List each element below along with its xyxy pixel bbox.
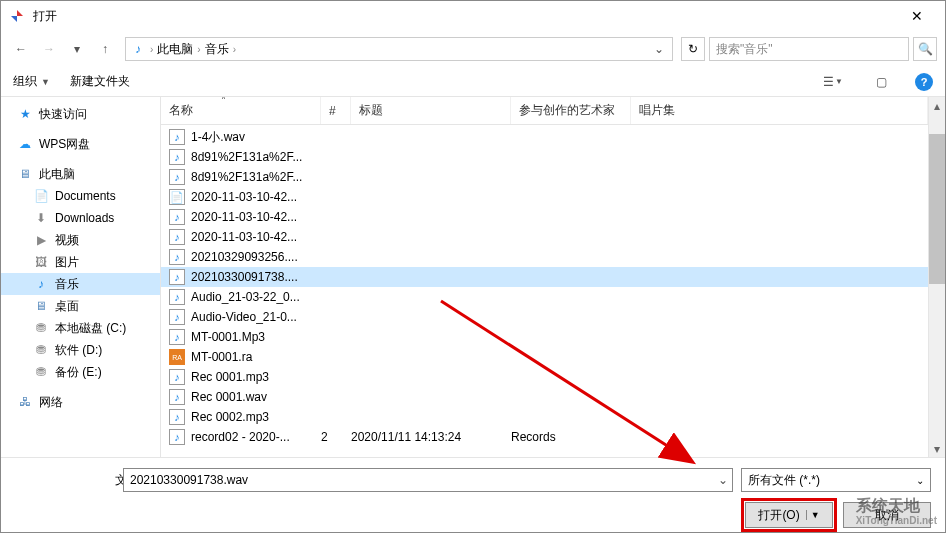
sidebar-item-label: 备份 (E:): [55, 364, 102, 381]
file-name: Audio_21-03-22_0...: [191, 290, 321, 304]
sidebar-item-icon: ▶: [33, 232, 49, 248]
sidebar-item[interactable]: ☁WPS网盘: [1, 133, 160, 155]
address-bar[interactable]: ♪ › 此电脑 › 音乐 › ⌄: [125, 37, 673, 61]
file-row[interactable]: ♪20210329093256....: [161, 247, 928, 267]
sidebar-item[interactable]: 🖧网络: [1, 391, 160, 413]
sidebar-item[interactable]: 📄Documents: [1, 185, 160, 207]
sidebar-item-label: 本地磁盘 (C:): [55, 320, 126, 337]
sidebar-item-icon: ⛃: [33, 364, 49, 380]
file-name: record02 - 2020-...: [191, 430, 321, 444]
file-icon: ♪: [169, 209, 185, 225]
window-title: 打开: [33, 8, 897, 25]
sidebar-item-label: 图片: [55, 254, 79, 271]
forward-button[interactable]: →: [37, 37, 61, 61]
scroll-up-icon[interactable]: ▴: [929, 97, 945, 114]
scrollbar-thumb[interactable]: [929, 134, 945, 284]
file-icon: ♪: [169, 229, 185, 245]
back-button[interactable]: ←: [9, 37, 33, 61]
file-row[interactable]: ♪2020-11-03-10-42...: [161, 207, 928, 227]
sidebar-item-icon: ☁: [17, 136, 33, 152]
open-dropdown-icon[interactable]: ▼: [806, 510, 820, 520]
svg-marker-0: [17, 10, 23, 16]
file-name: 2020-11-03-10-42...: [191, 230, 321, 244]
sidebar-item[interactable]: 🖼图片: [1, 251, 160, 273]
up-button[interactable]: ↑: [93, 37, 117, 61]
new-folder-button[interactable]: 新建文件夹: [70, 73, 130, 90]
sidebar-item-icon: ⬇: [33, 210, 49, 226]
file-row[interactable]: ♪20210330091738....: [161, 267, 928, 287]
file-row[interactable]: ♪Rec 0002.mp3: [161, 407, 928, 427]
filename-input[interactable]: [124, 469, 714, 491]
column-number[interactable]: #: [321, 97, 351, 124]
file-row[interactable]: ♪Audio_21-03-22_0...: [161, 287, 928, 307]
file-name: 20210329093256....: [191, 250, 321, 264]
sidebar-item[interactable]: ⛃软件 (D:): [1, 339, 160, 361]
column-title[interactable]: 标题: [351, 97, 511, 124]
sidebar-item[interactable]: ▶视频: [1, 229, 160, 251]
file-row[interactable]: ♪2020-11-03-10-42...: [161, 227, 928, 247]
close-button[interactable]: ✕: [897, 1, 937, 31]
file-row[interactable]: ♪MT-0001.Mp3: [161, 327, 928, 347]
filetype-select[interactable]: 所有文件 (*.*) ⌄: [741, 468, 931, 492]
file-row[interactable]: ♪record02 - 2020-...22020/11/11 14:13:24…: [161, 427, 928, 447]
file-row[interactable]: ♪8d91%2F131a%2F...: [161, 147, 928, 167]
sidebar-item-label: Documents: [55, 189, 116, 203]
organize-menu[interactable]: 组织 ▼: [13, 73, 50, 90]
sidebar-item[interactable]: ♪音乐: [1, 273, 160, 295]
sidebar-item[interactable]: 🖥此电脑: [1, 163, 160, 185]
file-icon: ♪: [169, 389, 185, 405]
sidebar-item-icon: ⛃: [33, 342, 49, 358]
file-title: 2020/11/11 14:13:24: [351, 430, 511, 444]
breadcrumb-segment[interactable]: 此电脑: [157, 41, 193, 58]
search-input[interactable]: 搜索"音乐": [709, 37, 909, 61]
file-row[interactable]: RAMT-0001.ra: [161, 347, 928, 367]
sidebar-item-label: WPS网盘: [39, 136, 90, 153]
file-name: Audio-Video_21-0...: [191, 310, 321, 324]
view-mode-button[interactable]: ☰ ▼: [819, 71, 847, 93]
vertical-scrollbar[interactable]: ▴ ▾: [928, 97, 945, 457]
file-name: MT-0001.Mp3: [191, 330, 321, 344]
file-icon: ♪: [169, 369, 185, 385]
refresh-button[interactable]: ↻: [681, 37, 705, 61]
chevron-down-icon: ⌄: [916, 475, 924, 486]
column-artist[interactable]: 参与创作的艺术家: [511, 97, 631, 124]
filetype-value: 所有文件 (*.*): [748, 472, 820, 489]
file-icon: RA: [169, 349, 185, 365]
file-row[interactable]: ♪1-4小.wav: [161, 127, 928, 147]
file-row[interactable]: ♪Rec 0001.mp3: [161, 367, 928, 387]
sidebar-item-label: 网络: [39, 394, 63, 411]
file-name: 20210330091738....: [191, 270, 321, 284]
app-icon: [9, 8, 25, 24]
navigation-sidebar: ★快速访问☁WPS网盘🖥此电脑📄Documents⬇Downloads▶视频🖼图…: [1, 97, 161, 457]
breadcrumb-segment[interactable]: 音乐: [205, 41, 229, 58]
file-row[interactable]: 📄2020-11-03-10-42...: [161, 187, 928, 207]
column-album[interactable]: 唱片集: [631, 97, 928, 124]
filename-dropdown-icon[interactable]: ⌄: [714, 473, 732, 487]
scroll-down-icon[interactable]: ▾: [929, 440, 945, 457]
file-name: 2020-11-03-10-42...: [191, 190, 321, 204]
file-name: Rec 0001.mp3: [191, 370, 321, 384]
history-dropdown[interactable]: ▾: [65, 37, 89, 61]
file-row[interactable]: ♪Audio-Video_21-0...: [161, 307, 928, 327]
sidebar-item[interactable]: ⬇Downloads: [1, 207, 160, 229]
sidebar-item-label: 快速访问: [39, 106, 87, 123]
sidebar-item[interactable]: ⛃备份 (E:): [1, 361, 160, 383]
sidebar-item-icon: 🖧: [17, 394, 33, 410]
file-list: ♪1-4小.wav♪8d91%2F131a%2F...♪8d91%2F131a%…: [161, 125, 928, 457]
file-row[interactable]: ♪8d91%2F131a%2F...: [161, 167, 928, 187]
sidebar-item[interactable]: 🖥桌面: [1, 295, 160, 317]
preview-pane-button[interactable]: ▢: [867, 71, 895, 93]
breadcrumb-sep: ›: [197, 44, 200, 55]
sidebar-item[interactable]: ★快速访问: [1, 103, 160, 125]
file-icon: ♪: [169, 329, 185, 345]
open-button[interactable]: 打开(O) ▼: [745, 502, 833, 528]
file-name: Rec 0002.mp3: [191, 410, 321, 424]
search-button[interactable]: 🔍: [913, 37, 937, 61]
sidebar-item[interactable]: ⛃本地磁盘 (C:): [1, 317, 160, 339]
column-name[interactable]: 名称: [161, 97, 321, 124]
sort-indicator: ˄: [221, 97, 226, 106]
search-placeholder: 搜索"音乐": [716, 41, 902, 58]
address-dropdown[interactable]: ⌄: [650, 42, 668, 56]
help-button[interactable]: ?: [915, 73, 933, 91]
file-row[interactable]: ♪Rec 0001.wav: [161, 387, 928, 407]
